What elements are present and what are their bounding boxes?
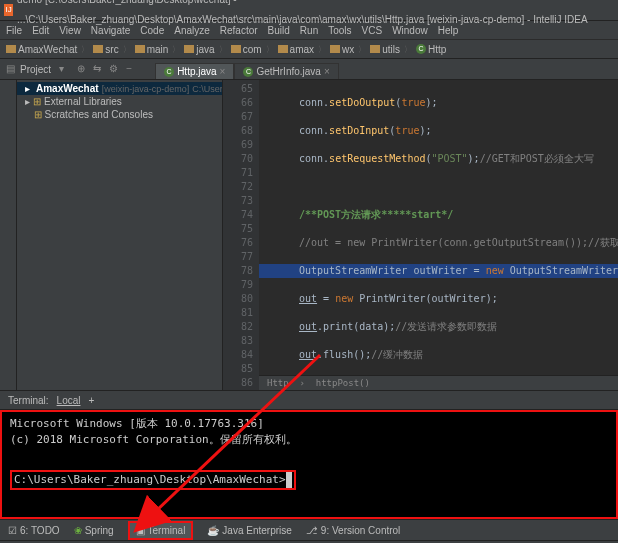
folder-icon	[278, 45, 288, 53]
left-tool-strip[interactable]	[0, 80, 17, 390]
close-icon[interactable]: ×	[324, 66, 330, 77]
tree-label: AmaxWechat	[36, 83, 99, 94]
terminal-title: Terminal:	[8, 395, 49, 406]
breadcrumb-item[interactable]: main	[135, 44, 169, 55]
class-icon: C	[164, 67, 174, 77]
bottom-tool-tabs: ☑6: TODO ❀Spring ▣Terminal ☕Java Enterpr…	[0, 519, 618, 540]
tree-libraries[interactable]: ▸ ⊞ External Libraries	[17, 95, 222, 108]
folder-icon	[184, 45, 194, 53]
terminal-add-tab[interactable]: +	[88, 395, 94, 406]
tab-label: GetHrInfo.java	[256, 66, 320, 77]
menu-navigate[interactable]: Navigate	[91, 25, 130, 36]
structure-breadcrumb[interactable]: Http › httpPost()	[259, 375, 618, 390]
tree-root[interactable]: ▸ AmaxWechat [weixin-java-cp-demo] C:\Us…	[17, 82, 222, 95]
tree-label: External Libraries	[44, 96, 122, 107]
editor-toolbar: ▤ Project ▾ ⊕ ⇆ ⚙ − C Http.java × C GetH…	[0, 59, 618, 80]
breadcrumb-item[interactable]: utils	[370, 44, 400, 55]
class-icon: C	[243, 67, 253, 77]
class-icon: C	[416, 44, 426, 54]
gear-icon[interactable]: ⚙	[107, 63, 119, 75]
menu-window[interactable]: Window	[392, 25, 428, 36]
terminal-console[interactable]: Microsoft Windows [版本 10.0.17763.316] (c…	[0, 410, 618, 519]
breadcrumb-item[interactable]: wx	[330, 44, 354, 55]
project-tool-window: ▸ AmaxWechat [weixin-java-cp-demo] C:\Us…	[17, 80, 223, 390]
breadcrumb-item[interactable]: src	[93, 44, 118, 55]
line-gutter: 656667 686970 7172 73 747576 777879 8081…	[223, 80, 259, 390]
terminal-header: Terminal: Local +	[0, 391, 618, 410]
tab-spring[interactable]: ❀Spring	[74, 525, 114, 536]
folder-icon	[135, 45, 145, 53]
breadcrumb-item[interactable]: java	[184, 44, 214, 55]
folder-icon	[231, 45, 241, 53]
tab-version-control[interactable]: ⎇9: Version Control	[306, 525, 401, 536]
tab-http[interactable]: C Http.java ×	[155, 63, 234, 79]
code-area[interactable]: conn.setDoOutput(true); conn.setDoInput(…	[259, 80, 618, 390]
breadcrumb-item[interactable]: AmaxWechat	[6, 44, 77, 55]
library-icon: ⊞	[33, 96, 41, 107]
nav-breadcrumbs: AmaxWechat〉 src〉 main〉 java〉 com〉 amax〉 …	[0, 40, 618, 59]
terminal-prompt[interactable]: C:\Users\Baker_zhuang\Desktop\AmaxWechat…	[10, 470, 296, 490]
folder-icon	[93, 45, 103, 53]
menu-file[interactable]: File	[6, 25, 22, 36]
menu-refactor[interactable]: Refactor	[220, 25, 258, 36]
folder-icon	[330, 45, 340, 53]
tree-scratches[interactable]: ⊞ Scratches and Consoles	[17, 108, 222, 121]
collapse-icon[interactable]: ⇆	[91, 63, 103, 75]
breadcrumb-item[interactable]: amax	[278, 44, 314, 55]
menu-code[interactable]: Code	[140, 25, 164, 36]
menu-view[interactable]: View	[59, 25, 81, 36]
close-icon[interactable]: ×	[220, 66, 226, 77]
menu-run[interactable]: Run	[300, 25, 318, 36]
tab-todo[interactable]: ☑6: TODO	[8, 525, 60, 536]
tab-gethrinfo[interactable]: C GetHrInfo.java ×	[234, 63, 338, 79]
tree-path: C:\Users\Baker_zhu	[192, 84, 222, 94]
terminal-line: (c) 2018 Microsoft Corporation。保留所有权利。	[10, 432, 608, 448]
menu-vcs[interactable]: VCS	[362, 25, 383, 36]
intellij-icon: IJ	[4, 4, 13, 16]
menu-help[interactable]: Help	[438, 25, 459, 36]
menu-analyze[interactable]: Analyze	[174, 25, 210, 36]
window-titlebar: IJ demo [C:\Users\Baker_zhuang\Desktop\w…	[0, 0, 618, 21]
tab-terminal[interactable]: ▣Terminal	[128, 521, 194, 540]
chevron-right-icon: ▸	[25, 96, 30, 107]
scratch-icon: ⊞	[34, 109, 42, 120]
folder-icon	[370, 45, 380, 53]
hide-icon[interactable]: −	[123, 63, 135, 75]
tab-label: Http.java	[177, 66, 216, 77]
chevron-down-icon[interactable]: ▾	[55, 63, 67, 75]
project-label[interactable]: Project	[20, 64, 51, 75]
breadcrumb-item[interactable]: com	[231, 44, 262, 55]
menu-edit[interactable]: Edit	[32, 25, 49, 36]
main-area: ▸ AmaxWechat [weixin-java-cp-demo] C:\Us…	[0, 80, 618, 390]
tree-hint: [weixin-java-cp-demo]	[102, 84, 190, 94]
breadcrumb-item[interactable]: CHttp	[416, 44, 446, 55]
project-dropdown-icon[interactable]: ▤	[4, 63, 16, 75]
tab-java-enterprise[interactable]: ☕Java Enterprise	[207, 525, 291, 536]
code-editor[interactable]: 656667 686970 7172 73 747576 777879 8081…	[223, 80, 618, 390]
tree-label: Scratches and Consoles	[45, 109, 153, 120]
terminal-tab-local[interactable]: Local	[57, 395, 81, 406]
menu-build[interactable]: Build	[268, 25, 290, 36]
terminal-tool-window: Terminal: Local + Microsoft Windows [版本 …	[0, 390, 618, 519]
target-icon[interactable]: ⊕	[75, 63, 87, 75]
menu-tools[interactable]: Tools	[328, 25, 351, 36]
terminal-line: Microsoft Windows [版本 10.0.17763.316]	[10, 416, 608, 432]
chevron-right-icon: ▸	[25, 83, 30, 94]
folder-icon	[6, 45, 16, 53]
